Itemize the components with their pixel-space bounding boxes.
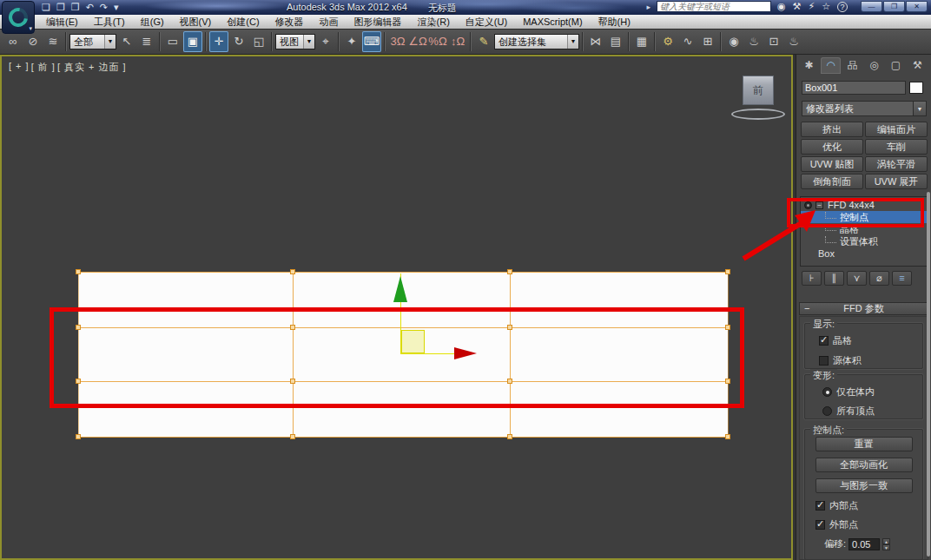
cp-button-2[interactable]: 与图形一致: [815, 478, 913, 493]
select-and-rotate-icon[interactable]: ↻: [229, 31, 248, 52]
cp-check-0[interactable]: 内部点: [815, 499, 922, 512]
menu-item-4[interactable]: 创建(C): [219, 16, 267, 29]
make-unique-icon[interactable]: ⋎: [847, 271, 867, 286]
select-and-move-icon[interactable]: ✛: [209, 31, 228, 52]
dropdown-arrow-icon[interactable]: ▼: [303, 35, 314, 49]
offset-spinner[interactable]: ▲▼: [882, 538, 890, 550]
deform-radio-1[interactable]: 所有顶点: [822, 405, 922, 418]
curve-editor-icon[interactable]: ∿: [678, 31, 697, 52]
menu-item-7[interactable]: 图形编辑器: [347, 16, 410, 29]
modifier-button-5[interactable]: 涡轮平滑: [865, 156, 928, 172]
modifier-list-dropdown[interactable]: 修改器列表: [802, 101, 914, 116]
ffd-control-point[interactable]: [290, 269, 295, 274]
ffd-control-point[interactable]: [76, 269, 81, 274]
schematic-view-icon[interactable]: ⊞: [698, 31, 717, 52]
named-selection-sets-dropdown[interactable]: 创建选择集▼: [494, 34, 579, 49]
display-check-0[interactable]: 晶格: [819, 334, 922, 347]
modifier-button-4[interactable]: UVW 贴图: [801, 156, 863, 172]
cp-check-1[interactable]: 外部点: [815, 518, 922, 531]
render-setup-icon[interactable]: ♨: [744, 31, 763, 52]
gizmo-x-axis[interactable]: [401, 353, 455, 354]
ffd-control-point[interactable]: [507, 434, 512, 439]
cp-button-1[interactable]: 全部动画化: [815, 458, 913, 472]
infocenter-collapse-icon[interactable]: ▸: [646, 3, 650, 11]
viewcube-front-face[interactable]: 前: [743, 76, 774, 105]
dropdown-arrow-icon[interactable]: ▼: [104, 35, 116, 49]
percent-snap-icon[interactable]: %Ω: [428, 31, 447, 52]
tab-display[interactable]: ▢: [886, 57, 906, 74]
viewport-label-segment-0[interactable]: [ + ]: [9, 61, 30, 74]
menu-item-2[interactable]: 组(G): [133, 16, 172, 29]
application-menu-button[interactable]: ▾: [2, 1, 35, 34]
ffd-control-point[interactable]: [507, 325, 512, 330]
window-crossing-icon[interactable]: ▣: [183, 31, 202, 52]
modifier-button-1[interactable]: 编辑面片: [865, 122, 928, 137]
menu-item-8[interactable]: 渲染(R): [410, 16, 458, 29]
keyboard-override-icon[interactable]: ⌨: [362, 31, 381, 52]
stack-item-0[interactable]: −FFD 4x4x4: [801, 199, 927, 211]
ffd-control-point[interactable]: [76, 434, 81, 439]
modifier-button-2[interactable]: 优化: [801, 139, 863, 155]
select-object-icon[interactable]: ↖: [117, 31, 136, 52]
communication-center-icon[interactable]: ⚒: [793, 1, 802, 12]
select-and-link-icon[interactable]: ∞: [3, 31, 23, 52]
stack-item-1[interactable]: 控制点: [801, 211, 927, 223]
configure-modifier-sets-icon[interactable]: ≡: [892, 271, 912, 286]
tab-modify[interactable]: ◠: [821, 57, 841, 74]
reference-coordinate-dropdown[interactable]: 视图▼: [275, 34, 315, 49]
dropdown-arrow-icon[interactable]: ▼: [567, 35, 578, 49]
ffd-control-point[interactable]: [725, 379, 730, 384]
undo-icon[interactable]: ↶: [86, 1, 94, 14]
ffd-control-point[interactable]: [290, 379, 295, 384]
ffd-control-point[interactable]: [290, 434, 295, 439]
show-end-result-icon[interactable]: ∥: [824, 271, 844, 286]
menu-item-6[interactable]: 动画: [312, 16, 347, 29]
viewport-front[interactable]: [ + ][ 前 ][ 真实 + 边面 ] 前: [0, 55, 793, 560]
gizmo-xy-plane[interactable]: [401, 330, 425, 353]
render-production-icon[interactable]: ♨: [784, 31, 803, 52]
panel-scrollbar[interactable]: [927, 192, 930, 557]
menu-item-10[interactable]: MAXScript(M): [515, 16, 590, 27]
select-and-scale-icon[interactable]: ◱: [249, 31, 268, 52]
spinner-snap-icon[interactable]: ↕Ω: [448, 31, 467, 52]
mirror-icon[interactable]: ⋈: [586, 31, 605, 52]
quick-access-menu-icon[interactable]: ▾: [114, 1, 119, 14]
modifier-button-6[interactable]: 倒角剖面: [801, 174, 863, 189]
selection-filter-dropdown[interactable]: 全部▼: [69, 34, 116, 49]
select-by-name-icon[interactable]: ≣: [137, 31, 156, 52]
checkbox-icon[interactable]: [815, 520, 825, 530]
stack-expander-icon[interactable]: −: [815, 201, 823, 209]
viewcube[interactable]: 前: [730, 74, 787, 128]
viewport-label-segment-2[interactable]: [ 真实 + 边面 ]: [57, 61, 127, 74]
modifier-button-7[interactable]: UVW 展开: [865, 174, 928, 189]
offset-value-field[interactable]: 0.05: [848, 538, 880, 550]
remove-modifier-icon[interactable]: ⌀: [869, 271, 889, 286]
radio-icon[interactable]: [822, 406, 832, 416]
edit-named-selection-sets-icon[interactable]: ✎: [474, 31, 493, 52]
infocenter-search-input[interactable]: [657, 1, 771, 12]
ffd-control-point[interactable]: [507, 379, 512, 384]
menu-item-11[interactable]: 帮助(H): [591, 16, 638, 29]
tab-utilities[interactable]: ⚒: [908, 57, 928, 74]
modifier-onoff-bulb-icon[interactable]: [804, 201, 812, 209]
bind-to-space-warp-icon[interactable]: ≋: [43, 31, 63, 52]
graphite-ribbon-icon[interactable]: ⚙: [658, 31, 677, 52]
menu-item-1[interactable]: 工具(T): [86, 16, 133, 29]
align-icon[interactable]: ▤: [606, 31, 625, 52]
stack-item-4[interactable]: Box: [801, 247, 927, 260]
rectangular-selection-region-icon[interactable]: ▭: [163, 31, 182, 52]
menu-item-3[interactable]: 视图(V): [172, 16, 220, 29]
subscription-center-icon[interactable]: ⚡: [808, 1, 815, 12]
tab-hierarchy[interactable]: 品: [842, 57, 862, 74]
close-button[interactable]: ✕: [906, 1, 928, 12]
maximize-button[interactable]: ❐: [883, 1, 905, 12]
ffd-control-point[interactable]: [725, 325, 730, 330]
menu-item-5[interactable]: 修改器: [267, 16, 312, 29]
minimize-button[interactable]: —: [861, 1, 882, 12]
modifier-list-arrow-icon[interactable]: ▼: [914, 101, 927, 116]
object-name-field[interactable]: [802, 81, 906, 95]
tab-motion[interactable]: ◎: [864, 57, 884, 74]
modifier-button-3[interactable]: 车削: [865, 139, 928, 155]
radio-icon[interactable]: [822, 387, 832, 397]
new-file-icon[interactable]: ❏: [42, 1, 50, 14]
